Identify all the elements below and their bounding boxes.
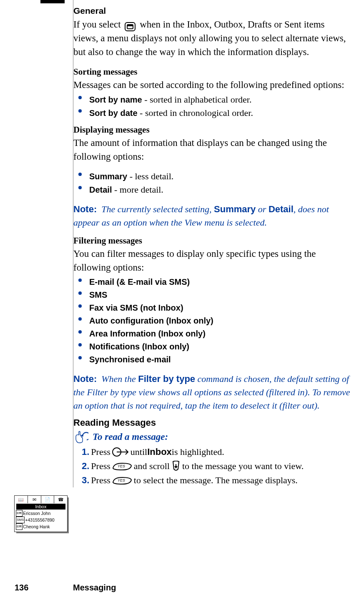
- list-item: Detail - more detail.: [73, 183, 351, 196]
- displaying-heading: Displaying messages: [73, 123, 351, 136]
- filtering-list: E-mail (& E-mail via SMS) SMS Fax via SM…: [73, 276, 351, 366]
- displaying-list: Summary - less detail. Detail - more det…: [73, 170, 351, 196]
- down-jog-icon: [171, 461, 181, 472]
- chapter-mark: [40, 0, 65, 3]
- note-filter: Note: When the Filter by type command is…: [73, 372, 351, 412]
- sorting-list: Sort by name - sorted in alphabetical or…: [73, 93, 351, 119]
- item-tail: - sorted in alphabetical order.: [142, 94, 252, 105]
- bullet-icon: [78, 356, 82, 359]
- step-text: Press: [91, 459, 110, 473]
- sorting-paragraph: Messages can be sorted according to the …: [73, 78, 351, 92]
- item-label: Synchronised e-mail: [89, 355, 171, 364]
- list-item: Sort by name - sorted in alphabetical or…: [73, 93, 351, 106]
- step-item: 3. Press YES to select the message. The …: [82, 473, 351, 487]
- item-label: Area Information (Inbox only): [89, 329, 206, 338]
- book-icon: 📖: [15, 496, 28, 503]
- list-item: Summary - less detail.: [73, 170, 351, 183]
- content-column: General If you select when in the Inbox,…: [73, 0, 351, 487]
- msg-from: +43155567890: [25, 517, 54, 523]
- page-footer: 136 Messaging: [15, 583, 348, 592]
- item-label: Summary: [89, 172, 127, 181]
- step-text: to the message you want to view.: [182, 459, 304, 473]
- bullet-icon: [78, 304, 82, 308]
- list-item: E-mail (& E-mail via SMS): [73, 276, 351, 288]
- item-label: Fax via SMS (not Inbox): [89, 303, 183, 312]
- note-emb-filter: Filter by type: [138, 374, 195, 384]
- step-item: 1. Press until Inbox is highlighted.: [82, 445, 351, 459]
- note-emb-detail: Detail: [269, 204, 294, 214]
- list-item: SMS: [73, 289, 351, 301]
- msg-type-tag: E✉: [16, 510, 23, 517]
- note-text-mid: or: [256, 204, 269, 214]
- hand-arrow-icon: [75, 431, 88, 443]
- item-tail: - less detail.: [127, 171, 173, 181]
- bullet-icon: [78, 173, 82, 176]
- bullet-icon: [78, 109, 82, 113]
- item-label: Notifications (Inbox only): [89, 342, 189, 351]
- phone-row: SMS+43155567890: [15, 517, 67, 523]
- phone-screen-thumbnail: 📖 ✉ 📄 ☎ Inbox E✉Ericsson John SMS+431555…: [14, 495, 68, 532]
- list-item: Sort by date - sorted in chronological o…: [73, 107, 351, 119]
- bullet-icon: [78, 343, 82, 346]
- filtering-heading: Filtering messages: [73, 234, 351, 247]
- bullet-icon: [78, 96, 82, 99]
- item-label: Sort by name: [89, 95, 142, 104]
- step-item: 2. Press YES and scroll to the message y…: [82, 459, 351, 473]
- reading-heading: Reading Messages: [73, 417, 351, 428]
- phone-selected-tab: Inbox: [16, 504, 65, 510]
- bullet-icon: [78, 317, 82, 321]
- general-heading: General: [73, 4, 351, 18]
- extras-icon: ☎: [54, 496, 67, 503]
- general-paragraph: If you select when in the Inbox, Outbox,…: [73, 18, 351, 59]
- displaying-paragraph: The amount of information that displays …: [73, 136, 351, 163]
- item-label: Auto configuration (Inbox only): [89, 316, 213, 325]
- yes-key-icon: YES: [112, 462, 132, 471]
- list-item: Notifications (Inbox only): [73, 341, 351, 353]
- phone-row: E✉Cheong Hank: [15, 523, 67, 530]
- msg-from: Ericsson John: [23, 510, 50, 516]
- item-label: SMS: [89, 290, 107, 299]
- step-number: 1.: [82, 445, 89, 459]
- step-text: and scroll: [134, 459, 170, 473]
- item-label: Sort by date: [89, 108, 138, 118]
- phone-row: E✉Ericsson John: [15, 510, 67, 517]
- msg-from: Cheong Hank: [23, 524, 50, 530]
- item-label: E-mail (& E-mail via SMS): [89, 277, 190, 286]
- bullet-icon: [78, 330, 82, 334]
- msg-type-tag: SMS: [16, 517, 25, 523]
- bullet-icon: [78, 291, 82, 295]
- bullet-icon: [78, 279, 82, 282]
- item-label: Detail: [89, 185, 112, 194]
- message-icon: ✉: [28, 496, 41, 503]
- note-text-pre: When the: [101, 374, 138, 384]
- note-label: Note:: [73, 374, 97, 384]
- step-number: 3.: [82, 473, 89, 487]
- step-text: is highlighted.: [172, 445, 224, 459]
- step-text: Press: [91, 445, 110, 459]
- step-number: 2.: [82, 459, 89, 473]
- svg-text:YES: YES: [118, 464, 125, 468]
- page: General If you select when in the Inbox,…: [0, 0, 364, 567]
- step-text: Press: [91, 473, 110, 487]
- bullet-icon: [78, 186, 82, 189]
- svg-text:YES: YES: [118, 478, 125, 482]
- page-number: 136: [15, 583, 73, 592]
- list-item: Area Information (Inbox only): [73, 328, 351, 340]
- item-tail: - sorted in chronological order.: [138, 108, 253, 118]
- filtering-paragraph: You can filter messages to display only …: [73, 247, 351, 274]
- svg-rect-2: [127, 25, 133, 26]
- calendar-icon: 📄: [41, 496, 55, 503]
- step-emb-inbox: Inbox: [147, 445, 172, 459]
- list-item: Auto configuration (Inbox only): [73, 315, 351, 327]
- view-menu-icon: [125, 22, 136, 31]
- procedure-title: To read a message:: [73, 429, 351, 445]
- item-tail: - more detail.: [112, 184, 163, 195]
- svg-rect-0: [125, 23, 135, 31]
- phone-icon-row: 📖 ✉ 📄 ☎: [15, 496, 67, 503]
- note-text-pre: The currently selected setting,: [101, 204, 214, 214]
- note-label: Note:: [73, 204, 97, 214]
- right-arrow-pad-icon: [112, 447, 129, 457]
- note-emb-summary: Summary: [214, 204, 256, 214]
- step-list: 1. Press until Inbox is highlighted. 2. …: [73, 445, 351, 487]
- step-text: until: [131, 445, 147, 459]
